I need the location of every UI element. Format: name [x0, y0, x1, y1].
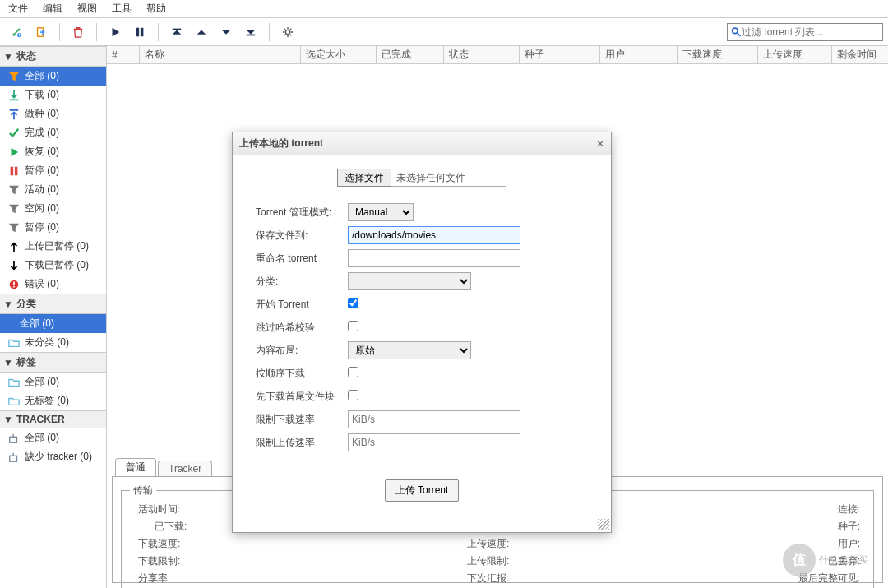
svg-rect-11 — [13, 281, 15, 285]
rename-input[interactable] — [348, 249, 520, 267]
lbl-rename: 重命名 torrent — [256, 252, 348, 266]
menu-tools[interactable]: 工具 — [112, 2, 132, 16]
add-link-button[interactable] — [5, 21, 28, 44]
search-input[interactable] — [742, 26, 879, 38]
sidebar-cat-all[interactable]: 全部 (0) — [0, 314, 106, 333]
svg-rect-3 — [141, 27, 144, 36]
sidebar-item-stalled-up[interactable]: 上传已暂停 (0) — [0, 237, 106, 256]
sidebar-tracker-all[interactable]: 全部 (0) — [0, 428, 106, 447]
sidebar-header-status[interactable]: ▼ 状态 — [0, 46, 106, 67]
pause-button[interactable] — [128, 21, 151, 44]
sidebar-header-trackers[interactable]: ▼TRACKER — [0, 410, 106, 428]
content-layout-select[interactable]: 原始 — [348, 341, 471, 359]
sidebar-item-stalled-down[interactable]: 下载已暂停 (0) — [0, 256, 106, 275]
svg-rect-4 — [173, 28, 182, 30]
menu-edit[interactable]: 编辑 — [43, 2, 62, 16]
up-arrow-icon — [8, 241, 20, 252]
collapse-icon: ▼ — [3, 357, 13, 368]
col-upspeed[interactable]: 上传速度 — [758, 46, 832, 64]
resize-handle[interactable] — [598, 519, 609, 530]
download-icon — [8, 90, 20, 101]
col-eta[interactable]: 剩余时间 — [832, 46, 888, 64]
add-file-button[interactable] — [30, 21, 53, 44]
sidebar-item-downloading[interactable]: 下载 (0) — [0, 86, 106, 104]
sequential-checkbox[interactable] — [348, 367, 358, 377]
sidebar-tracker-missing[interactable]: 缺少 tracker (0) — [0, 447, 106, 466]
lbl-seeds: 种子: — [788, 520, 865, 534]
lbl-nextannounce: 下次汇报: — [459, 572, 623, 586]
filter-icon — [8, 222, 20, 234]
sidebar-item-active[interactable]: 活动 (0) — [0, 180, 106, 199]
menu-file[interactable]: 文件 — [8, 2, 28, 16]
dialog-close-button[interactable]: ✕ — [596, 138, 604, 150]
lbl-ulspeed: 上传速度: — [459, 537, 623, 551]
dl-limit-input[interactable] — [348, 410, 520, 428]
filter-icon — [8, 203, 20, 215]
start-checkbox[interactable] — [348, 298, 358, 308]
menu-view[interactable]: 视图 — [77, 2, 97, 16]
col-dlspeed[interactable]: 下载速度 — [678, 46, 758, 64]
lbl-category: 分类: — [256, 275, 348, 289]
sidebar-item-completed[interactable]: 完成 (0) — [0, 123, 106, 142]
lbl-wasted: 已丢弃: — [788, 554, 865, 568]
sidebar-item-errored[interactable]: 错误 (0) — [0, 275, 106, 294]
search-box[interactable] — [727, 23, 883, 41]
delete-button[interactable] — [67, 21, 90, 44]
filter-icon — [8, 184, 20, 196]
manage-mode-select[interactable]: Manual — [348, 203, 414, 221]
lbl-lastcomplete: 最后完整可见: — [788, 572, 865, 586]
lbl-firstlast: 先下载首尾文件块 — [256, 390, 348, 404]
upload-dialog: 上传本地的 torrent ✕ 选择文件 未选择任何文件 Torrent 管理模… — [232, 132, 612, 533]
lbl-seqdl: 按顺序下载 — [256, 367, 348, 381]
sidebar-item-paused2[interactable]: 暂停 (0) — [0, 218, 106, 237]
play-icon — [8, 146, 20, 158]
svg-rect-2 — [136, 27, 140, 36]
collapse-icon: ▼ — [3, 299, 13, 310]
dialog-titlebar[interactable]: 上传本地的 torrent ✕ — [233, 132, 611, 155]
top-priority-button[interactable] — [165, 21, 188, 44]
svg-rect-13 — [10, 437, 17, 442]
sidebar-header-tags[interactable]: ▼标签 — [0, 352, 106, 373]
sidebar-item-resumed[interactable]: 恢复 (0) — [0, 142, 106, 161]
upload-icon — [8, 109, 20, 120]
col-index[interactable]: # — [107, 46, 140, 64]
lbl-ullimit-d: 限制上传速率 — [256, 436, 348, 450]
first-last-checkbox[interactable] — [348, 390, 358, 400]
sidebar-item-seeding[interactable]: 做种 (0) — [0, 104, 106, 123]
svg-rect-8 — [11, 166, 14, 175]
skip-hash-checkbox[interactable] — [348, 321, 358, 331]
menu-help[interactable]: 帮助 — [146, 2, 166, 16]
error-icon — [8, 279, 20, 290]
category-select[interactable] — [348, 272, 471, 290]
upload-torrent-button[interactable]: 上传 Torrent — [385, 479, 460, 502]
sidebar-item-paused[interactable]: 暂停 (0) — [0, 161, 106, 180]
decrease-priority-button[interactable] — [215, 21, 238, 44]
col-name[interactable]: 名称 — [140, 46, 301, 64]
col-seeds[interactable]: 种子 — [520, 46, 600, 64]
sidebar-item-all[interactable]: 全部 (0) — [0, 67, 106, 86]
tab-general[interactable]: 普通 — [115, 458, 156, 476]
sidebar-cat-uncategorized[interactable]: 未分类 (0) — [0, 333, 106, 352]
folder-icon — [8, 377, 20, 388]
svg-rect-12 — [13, 285, 15, 287]
increase-priority-button[interactable] — [190, 21, 213, 44]
save-path-input[interactable] — [348, 226, 520, 244]
folder-icon — [8, 396, 20, 407]
col-status[interactable]: 状态 — [444, 46, 520, 64]
bottom-priority-button[interactable] — [239, 21, 262, 44]
col-size[interactable]: 选定大小 — [301, 46, 377, 64]
sidebar-tag-untagged[interactable]: 无标签 (0) — [0, 391, 106, 410]
folder-icon — [8, 337, 20, 349]
col-peers[interactable]: 用户 — [600, 46, 678, 64]
choose-file-button[interactable]: 选择文件 — [337, 169, 391, 187]
tab-tracker[interactable]: Tracker — [158, 461, 212, 476]
lbl-save-path: 保存文件到: — [256, 229, 348, 243]
start-button[interactable] — [104, 21, 127, 44]
sidebar-header-categories[interactable]: ▼分类 — [0, 294, 106, 314]
col-done[interactable]: 已完成 — [377, 46, 444, 64]
settings-button[interactable] — [276, 21, 299, 44]
sidebar-item-inactive[interactable]: 空闲 (0) — [0, 199, 106, 218]
dialog-title-text: 上传本地的 torrent — [239, 137, 323, 150]
ul-limit-input[interactable] — [348, 433, 520, 451]
tracker-icon — [8, 433, 20, 444]
